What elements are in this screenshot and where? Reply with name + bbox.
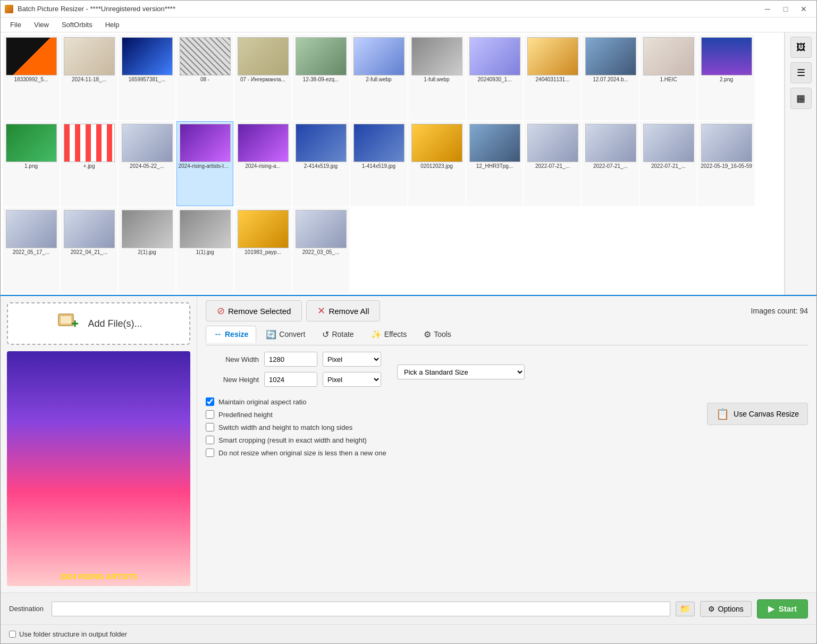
list-item[interactable]: 20240930_1... xyxy=(466,35,523,120)
smart-crop-checkbox[interactable] xyxy=(206,436,214,444)
new-height-row: New Height Pixel Percent Centimeter Inch xyxy=(206,372,381,387)
menu-help[interactable]: Help xyxy=(100,19,125,31)
predefined-height-label[interactable]: Predefined height xyxy=(218,411,273,419)
file-thumb-label: 101983_payp... xyxy=(245,249,281,255)
close-button[interactable]: ✕ xyxy=(795,3,812,15)
list-item[interactable]: 2022-07-21_... xyxy=(582,121,639,207)
checkboxes-col: Maintain original aspect ratio Predefine… xyxy=(206,397,686,461)
remove-all-button[interactable]: ✕ Remove All xyxy=(306,300,380,321)
list-item[interactable]: 2024-05-22_... xyxy=(119,121,175,207)
smart-crop-label[interactable]: Smart cropping (result in exact width an… xyxy=(218,436,367,444)
file-thumb-label: +.jpg xyxy=(83,163,95,169)
maintain-aspect-checkbox[interactable] xyxy=(206,397,214,406)
resize-tab-label: Resize xyxy=(225,330,248,338)
width-unit-select[interactable]: Pixel Percent Centimeter Inch xyxy=(323,352,381,367)
images-count: Images count: 94 xyxy=(751,307,808,315)
maintain-aspect-label[interactable]: Maintain original aspect ratio xyxy=(218,398,306,406)
list-item[interactable]: 07 - Ингерманла... xyxy=(234,35,291,120)
list-item[interactable]: 2-full.webp xyxy=(350,35,407,120)
remove-selected-button[interactable]: ⊘ Remove Selected xyxy=(206,300,302,321)
add-files-panel: Add File(s)... 2024 RISING ARTISTS xyxy=(1,296,197,592)
menu-view[interactable]: View xyxy=(29,19,54,31)
list-item[interactable]: 12_HHR3Tpg... xyxy=(466,121,523,207)
no-resize-small-checkbox[interactable] xyxy=(206,448,214,457)
list-item[interactable]: 1(1).jpg xyxy=(176,207,233,293)
tab-effects[interactable]: ✨ Effects xyxy=(364,326,415,343)
folder-structure-row: Use folder structure in output folder xyxy=(9,630,127,638)
standard-size-row: Pick a Standard Size 800x600 1024x768 12… xyxy=(397,352,525,392)
tab-rotate[interactable]: ↺ Rotate xyxy=(315,326,361,343)
list-item[interactable]: 1-full.webp xyxy=(408,35,465,120)
list-item[interactable]: 08 - xyxy=(176,35,233,120)
controls-panel: ⊘ Remove Selected ✕ Remove All Images co… xyxy=(197,296,816,592)
menu-file[interactable]: File xyxy=(5,19,27,31)
start-label: Start xyxy=(779,604,797,613)
remove-selected-label: Remove Selected xyxy=(228,307,291,316)
switch-sides-label[interactable]: Switch width and height to match long si… xyxy=(218,423,352,431)
predefined-height-checkbox[interactable] xyxy=(206,410,214,419)
new-width-input[interactable] xyxy=(264,352,317,367)
file-thumb-label: 1(1).jpg xyxy=(196,249,214,255)
list-item[interactable]: 2-414x519.jpg xyxy=(292,121,349,207)
tab-tools[interactable]: ⚙ Tools xyxy=(416,326,459,343)
list-item[interactable]: 2(1).jpg xyxy=(119,207,175,293)
new-height-input[interactable] xyxy=(264,372,317,387)
list-item[interactable]: 12-38-09-ezq... xyxy=(292,35,349,120)
sidebar-grid-btn[interactable]: ▦ xyxy=(790,88,812,109)
list-item[interactable]: 1.png xyxy=(3,121,60,207)
tab-convert[interactable]: 🔄 Convert xyxy=(258,326,313,343)
switch-sides-row: Switch width and height to match long si… xyxy=(206,423,686,431)
list-item[interactable]: 12.07.2024.b... xyxy=(582,35,639,120)
destination-input[interactable] xyxy=(52,601,670,616)
list-item[interactable]: +.jpg xyxy=(61,121,117,207)
destination-bar: Destination 📁 ⚙ Options ▶ Start xyxy=(1,592,816,624)
options-button[interactable]: ⚙ Options xyxy=(700,601,752,617)
folder-structure-checkbox[interactable] xyxy=(9,631,16,638)
list-item[interactable]: 1.HEIC xyxy=(640,35,697,120)
list-item[interactable]: 2024-rising-a... xyxy=(234,121,291,207)
start-icon: ▶ xyxy=(768,604,774,614)
destination-label: Destination xyxy=(9,605,46,613)
list-item[interactable]: 18330992_5... xyxy=(3,35,60,120)
main-window: Batch Picture Resizer - ****Unregistered… xyxy=(0,0,817,644)
switch-sides-checkbox[interactable] xyxy=(206,423,214,431)
file-thumb-label: 2022_04_21_... xyxy=(71,249,108,255)
list-item[interactable]: 2022-07-21_... xyxy=(640,121,697,207)
no-resize-small-label[interactable]: Do not resize when original size is less… xyxy=(218,449,386,457)
destination-browse-button[interactable]: 📁 xyxy=(676,601,695,616)
file-grid: 18330992_5...2024-11-18_...1659957381_..… xyxy=(1,32,784,295)
canvas-resize-button[interactable]: 📋 Use Canvas Resize xyxy=(707,403,808,425)
remove-all-icon: ✕ xyxy=(317,305,325,317)
list-item[interactable]: 2404031131... xyxy=(524,35,581,120)
list-item[interactable]: 2022_05_17_... xyxy=(3,207,60,293)
list-item[interactable]: 2024-11-18_... xyxy=(61,35,117,120)
minimize-button[interactable]: ─ xyxy=(759,3,776,15)
list-item[interactable]: 02012023.jpg xyxy=(408,121,465,207)
effects-tab-icon: ✨ xyxy=(371,329,382,340)
maximize-button[interactable]: □ xyxy=(777,3,794,15)
list-item[interactable]: 2.png xyxy=(698,35,755,120)
sidebar-photos-btn[interactable]: 🖼 xyxy=(790,37,812,58)
add-files-button[interactable]: Add File(s)... xyxy=(7,302,190,345)
list-item[interactable]: 101983_payp... xyxy=(234,207,291,293)
list-item[interactable]: 1659957381_... xyxy=(119,35,175,120)
list-item[interactable]: 2022_04_21_... xyxy=(61,207,117,293)
window-title: Batch Picture Resizer - ****Unregistered… xyxy=(18,5,175,13)
list-item[interactable]: 2024-rising-artists-to-watch-britteny-sp… xyxy=(176,121,233,207)
svg-rect-1 xyxy=(61,316,71,324)
file-thumb-label: 1-full.webp xyxy=(424,77,449,82)
preview-label: 2024 RISING ARTISTS xyxy=(60,572,138,581)
tab-resize[interactable]: ↔ Resize xyxy=(206,326,256,343)
list-item[interactable]: 2022-07-21_... xyxy=(524,121,581,207)
list-item[interactable]: 1-414x519.jpg xyxy=(350,121,407,207)
sidebar-list-btn[interactable]: ☰ xyxy=(790,62,812,83)
standard-size-select[interactable]: Pick a Standard Size 800x600 1024x768 12… xyxy=(397,365,525,379)
height-unit-select[interactable]: Pixel Percent Centimeter Inch xyxy=(323,372,381,387)
list-item[interactable]: 2022-05-19_16-05-59 xyxy=(698,121,755,207)
menu-softorbits[interactable]: SoftOrbits xyxy=(56,19,98,31)
preview-image: 2024 RISING ARTISTS xyxy=(7,351,190,586)
start-button[interactable]: ▶ Start xyxy=(757,599,808,618)
file-thumb-label: 2022-07-21_... xyxy=(535,163,570,169)
list-item[interactable]: 2022_03_05_... xyxy=(292,207,349,293)
folder-structure-label[interactable]: Use folder structure in output folder xyxy=(19,630,127,638)
